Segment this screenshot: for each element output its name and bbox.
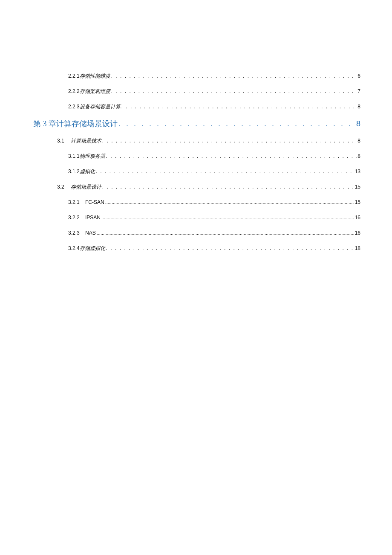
toc-leader: . . . . . . . . . . . . . . . . . . . . …: [111, 73, 357, 78]
toc-entry: 3.1 计算场景技术 . . . . . . . . . . . . . . .…: [33, 133, 360, 148]
toc-number: 2.2.3: [68, 104, 80, 109]
toc-leader: ........................................…: [101, 215, 354, 220]
toc-entry: 2.2.2 存储架构维度 . . . . . . . . . . . . . .…: [33, 84, 360, 99]
toc-number: 2.2.1: [68, 73, 80, 78]
toc-title: 存储场景设计: [71, 184, 101, 189]
toc-leader: . . . . . . . . . . . . . . . . . . . . …: [118, 120, 355, 128]
toc-title: 计算场景技术: [71, 138, 101, 143]
toc-chapter-title: 第 3 章计算存储场景设计: [33, 120, 118, 128]
toc-number: 3.2.3: [68, 230, 85, 235]
toc-page-number: 15: [355, 184, 360, 189]
toc-page: 2.2.1 存储性能维度 . . . . . . . . . . . . . .…: [33, 68, 360, 256]
toc-title: 存储虚拟化: [80, 246, 105, 251]
toc-title: 存储性能维度: [80, 73, 110, 78]
toc-title: IPSAN: [85, 215, 101, 220]
toc-entry: 3.2.1 FC-SAN ...........................…: [33, 195, 360, 210]
toc-entry: 3.1.2 虚拟化 . . . . . . . . . . . . . . . …: [33, 164, 360, 179]
toc-page-number: 7: [357, 89, 360, 94]
toc-page-number: 16: [355, 215, 360, 220]
toc-leader: ........................................…: [97, 231, 354, 235]
toc-title: 虚拟化: [80, 169, 95, 174]
toc-title: FC-SAN: [85, 200, 104, 205]
toc-page-number: 8: [357, 138, 360, 143]
toc-leader: ........................................…: [105, 200, 354, 205]
toc-entry: 3.2.2 IPSAN ............................…: [33, 210, 360, 225]
toc-entry: 3.2.4 存储虚拟化 . . . . . . . . . . . . . . …: [33, 241, 360, 256]
toc-leader: . . . . . . . . . . . . . . . . . . . . …: [106, 246, 354, 251]
toc-number: 3.2.4: [68, 246, 80, 251]
toc-page-number: 16: [355, 230, 360, 235]
toc-page-number: 8: [356, 120, 360, 128]
toc-page-number: 13: [355, 169, 360, 174]
toc-page-number: 15: [355, 200, 360, 205]
toc-number: 3.1.2: [68, 169, 80, 174]
toc-number: 3.1: [57, 138, 71, 143]
toc-number: 3.2: [57, 184, 71, 189]
toc-entry: 3.2.3 NAS ..............................…: [33, 225, 360, 241]
toc-leader: . . . . . . . . . . . . . . . . . . . . …: [102, 138, 357, 143]
toc-leader: . . . . . . . . . . . . . . . . . . . . …: [111, 89, 357, 94]
toc-title: NAS: [85, 230, 96, 235]
toc-page-number: 18: [355, 246, 360, 251]
toc-page-number: 8: [357, 104, 360, 109]
toc-entry: 2.2.1 存储性能维度 . . . . . . . . . . . . . .…: [33, 68, 360, 84]
toc-leader: . . . . . . . . . . . . . . . . . . . . …: [106, 154, 357, 159]
toc-title: 存储架构维度: [80, 89, 110, 94]
toc-leader: . . . . . . . . . . . . . . . . . . . . …: [121, 104, 357, 109]
toc-chapter: 第 3 章计算存储场景设计 . . . . . . . . . . . . . …: [33, 114, 360, 133]
toc-number: 3.2.1: [68, 200, 85, 205]
toc-page-number: 8: [357, 154, 360, 159]
toc-leader: . . . . . . . . . . . . . . . . . . . . …: [96, 169, 354, 174]
toc-number: 3.2.2: [68, 215, 85, 220]
toc-number: 2.2.2: [68, 89, 80, 94]
toc-page-number: 6: [357, 73, 360, 78]
toc-entry: 3.1.1 物理服务器 . . . . . . . . . . . . . . …: [33, 148, 360, 164]
toc-entry: 3.2 存储场景设计 . . . . . . . . . . . . . . .…: [33, 179, 360, 195]
toc-entry: 2.2.3 设备存储容量计算 . . . . . . . . . . . . .…: [33, 99, 360, 114]
toc-leader: . . . . . . . . . . . . . . . . . . . . …: [102, 184, 354, 189]
toc-title: 设备存储容量计算: [80, 104, 121, 109]
toc-number: 3.1.1: [68, 154, 80, 159]
toc-title: 物理服务器: [80, 154, 105, 159]
